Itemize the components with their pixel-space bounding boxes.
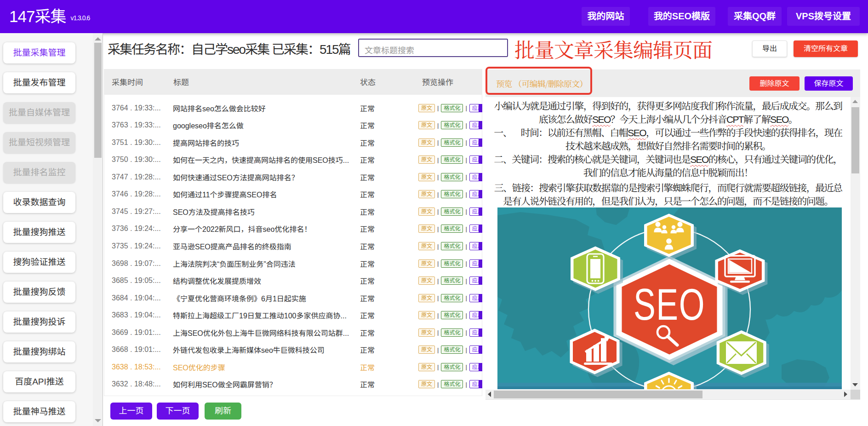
svg-text:SEO: SEO bbox=[634, 279, 705, 329]
